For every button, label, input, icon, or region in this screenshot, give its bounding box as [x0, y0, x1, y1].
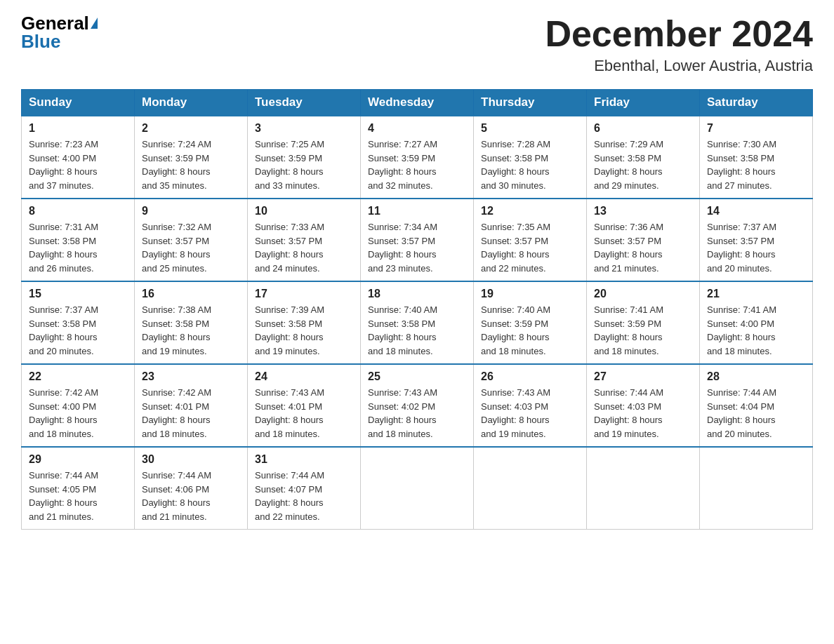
day-number: 20 [594, 288, 692, 300]
calendar-cell: 27Sunrise: 7:44 AMSunset: 4:03 PMDayligh… [587, 364, 700, 447]
calendar-cell: 19Sunrise: 7:40 AMSunset: 3:59 PMDayligh… [474, 281, 587, 364]
day-info: Sunrise: 7:43 AMSunset: 4:01 PMDaylight:… [255, 386, 353, 441]
calendar-cell: 14Sunrise: 7:37 AMSunset: 3:57 PMDayligh… [700, 199, 813, 281]
calendar-cell: 25Sunrise: 7:43 AMSunset: 4:02 PMDayligh… [361, 364, 474, 447]
calendar-cell: 23Sunrise: 7:42 AMSunset: 4:01 PMDayligh… [135, 364, 248, 447]
day-info: Sunrise: 7:24 AMSunset: 3:59 PMDaylight:… [142, 137, 240, 192]
day-info: Sunrise: 7:33 AMSunset: 3:57 PMDaylight:… [255, 220, 353, 275]
day-number: 21 [707, 288, 805, 300]
calendar-cell: 7Sunrise: 7:30 AMSunset: 3:58 PMDaylight… [700, 116, 813, 199]
day-number: 13 [594, 205, 692, 217]
calendar-cell [474, 447, 587, 530]
day-info: Sunrise: 7:25 AMSunset: 3:59 PMDaylight:… [255, 137, 353, 192]
day-info: Sunrise: 7:38 AMSunset: 3:58 PMDaylight:… [142, 303, 240, 358]
day-info: Sunrise: 7:32 AMSunset: 3:57 PMDaylight:… [142, 220, 240, 275]
day-info: Sunrise: 7:44 AMSunset: 4:03 PMDaylight:… [594, 386, 692, 441]
calendar-header-friday: Friday [587, 90, 700, 116]
day-number: 9 [142, 205, 240, 217]
calendar-cell: 10Sunrise: 7:33 AMSunset: 3:57 PMDayligh… [248, 199, 361, 281]
calendar-cell: 28Sunrise: 7:44 AMSunset: 4:04 PMDayligh… [700, 364, 813, 447]
day-number: 17 [255, 288, 353, 300]
calendar-cell [587, 447, 700, 530]
day-number: 8 [29, 205, 127, 217]
calendar-cell: 15Sunrise: 7:37 AMSunset: 3:58 PMDayligh… [22, 281, 135, 364]
calendar-cell: 29Sunrise: 7:44 AMSunset: 4:05 PMDayligh… [22, 447, 135, 530]
calendar-cell: 24Sunrise: 7:43 AMSunset: 4:01 PMDayligh… [248, 364, 361, 447]
day-number: 18 [368, 288, 466, 300]
calendar-cell: 8Sunrise: 7:31 AMSunset: 3:58 PMDaylight… [22, 199, 135, 281]
calendar-header-tuesday: Tuesday [248, 90, 361, 116]
logo: General Blue [21, 14, 98, 51]
day-info: Sunrise: 7:44 AMSunset: 4:05 PMDaylight:… [29, 469, 127, 523]
day-number: 28 [707, 370, 805, 383]
day-info: Sunrise: 7:41 AMSunset: 3:59 PMDaylight:… [594, 303, 692, 358]
calendar-header-thursday: Thursday [474, 90, 587, 116]
day-number: 25 [368, 370, 466, 383]
week-row-4: 22Sunrise: 7:42 AMSunset: 4:00 PMDayligh… [22, 364, 813, 447]
day-info: Sunrise: 7:39 AMSunset: 3:58 PMDaylight:… [255, 303, 353, 358]
calendar-cell: 16Sunrise: 7:38 AMSunset: 3:58 PMDayligh… [135, 281, 248, 364]
calendar-header-sunday: Sunday [22, 90, 135, 116]
calendar-header-saturday: Saturday [700, 90, 813, 116]
day-number: 22 [29, 370, 127, 383]
calendar-header-row: SundayMondayTuesdayWednesdayThursdayFrid… [22, 90, 813, 116]
calendar-cell: 30Sunrise: 7:44 AMSunset: 4:06 PMDayligh… [135, 447, 248, 530]
week-row-3: 15Sunrise: 7:37 AMSunset: 3:58 PMDayligh… [22, 281, 813, 364]
day-number: 27 [594, 370, 692, 383]
calendar-cell: 26Sunrise: 7:43 AMSunset: 4:03 PMDayligh… [474, 364, 587, 447]
calendar-cell: 3Sunrise: 7:25 AMSunset: 3:59 PMDaylight… [248, 116, 361, 199]
calendar-cell: 21Sunrise: 7:41 AMSunset: 4:00 PMDayligh… [700, 281, 813, 364]
day-info: Sunrise: 7:40 AMSunset: 3:58 PMDaylight:… [368, 303, 466, 358]
day-number: 1 [29, 122, 127, 135]
calendar-cell: 9Sunrise: 7:32 AMSunset: 3:57 PMDaylight… [135, 199, 248, 281]
title-block: December 2024 Ebenthal, Lower Austria, A… [545, 14, 813, 75]
calendar-cell: 18Sunrise: 7:40 AMSunset: 3:58 PMDayligh… [361, 281, 474, 364]
calendar-cell: 31Sunrise: 7:44 AMSunset: 4:07 PMDayligh… [248, 447, 361, 530]
day-info: Sunrise: 7:37 AMSunset: 3:58 PMDaylight:… [29, 303, 127, 358]
day-info: Sunrise: 7:29 AMSunset: 3:58 PMDaylight:… [594, 137, 692, 192]
day-number: 19 [481, 288, 579, 300]
day-number: 15 [29, 288, 127, 300]
day-info: Sunrise: 7:40 AMSunset: 3:59 PMDaylight:… [481, 303, 579, 358]
day-info: Sunrise: 7:43 AMSunset: 4:02 PMDaylight:… [368, 386, 466, 441]
week-row-1: 1Sunrise: 7:23 AMSunset: 4:00 PMDaylight… [22, 116, 813, 199]
calendar-cell: 13Sunrise: 7:36 AMSunset: 3:57 PMDayligh… [587, 199, 700, 281]
day-number: 6 [594, 122, 692, 135]
day-info: Sunrise: 7:43 AMSunset: 4:03 PMDaylight:… [481, 386, 579, 441]
day-number: 5 [481, 122, 579, 135]
day-number: 12 [481, 205, 579, 217]
calendar-header-monday: Monday [135, 90, 248, 116]
logo-general-text: General [21, 14, 89, 32]
calendar-cell: 17Sunrise: 7:39 AMSunset: 3:58 PMDayligh… [248, 281, 361, 364]
day-number: 16 [142, 288, 240, 300]
day-number: 23 [142, 370, 240, 383]
day-number: 14 [707, 205, 805, 217]
day-info: Sunrise: 7:44 AMSunset: 4:04 PMDaylight:… [707, 386, 805, 441]
day-info: Sunrise: 7:30 AMSunset: 3:58 PMDaylight:… [707, 137, 805, 192]
week-row-2: 8Sunrise: 7:31 AMSunset: 3:58 PMDaylight… [22, 199, 813, 281]
day-info: Sunrise: 7:23 AMSunset: 4:00 PMDaylight:… [29, 137, 127, 192]
day-info: Sunrise: 7:42 AMSunset: 4:00 PMDaylight:… [29, 386, 127, 441]
day-info: Sunrise: 7:34 AMSunset: 3:57 PMDaylight:… [368, 220, 466, 275]
day-number: 7 [707, 122, 805, 135]
calendar-cell: 20Sunrise: 7:41 AMSunset: 3:59 PMDayligh… [587, 281, 700, 364]
day-info: Sunrise: 7:37 AMSunset: 3:57 PMDaylight:… [707, 220, 805, 275]
day-number: 24 [255, 370, 353, 383]
day-number: 3 [255, 122, 353, 135]
calendar-cell: 6Sunrise: 7:29 AMSunset: 3:58 PMDaylight… [587, 116, 700, 199]
day-number: 10 [255, 205, 353, 217]
calendar-cell: 12Sunrise: 7:35 AMSunset: 3:57 PMDayligh… [474, 199, 587, 281]
day-info: Sunrise: 7:41 AMSunset: 4:00 PMDaylight:… [707, 303, 805, 358]
day-info: Sunrise: 7:44 AMSunset: 4:07 PMDaylight:… [255, 469, 353, 523]
calendar-cell: 5Sunrise: 7:28 AMSunset: 3:58 PMDaylight… [474, 116, 587, 199]
calendar-cell [361, 447, 474, 530]
calendar-cell [700, 447, 813, 530]
day-info: Sunrise: 7:35 AMSunset: 3:57 PMDaylight:… [481, 220, 579, 275]
day-info: Sunrise: 7:42 AMSunset: 4:01 PMDaylight:… [142, 386, 240, 441]
week-row-5: 29Sunrise: 7:44 AMSunset: 4:05 PMDayligh… [22, 447, 813, 530]
page-header: General Blue December 2024 Ebenthal, Low… [21, 14, 813, 75]
day-number: 26 [481, 370, 579, 383]
day-number: 29 [29, 453, 127, 466]
day-number: 4 [368, 122, 466, 135]
day-number: 11 [368, 205, 466, 217]
